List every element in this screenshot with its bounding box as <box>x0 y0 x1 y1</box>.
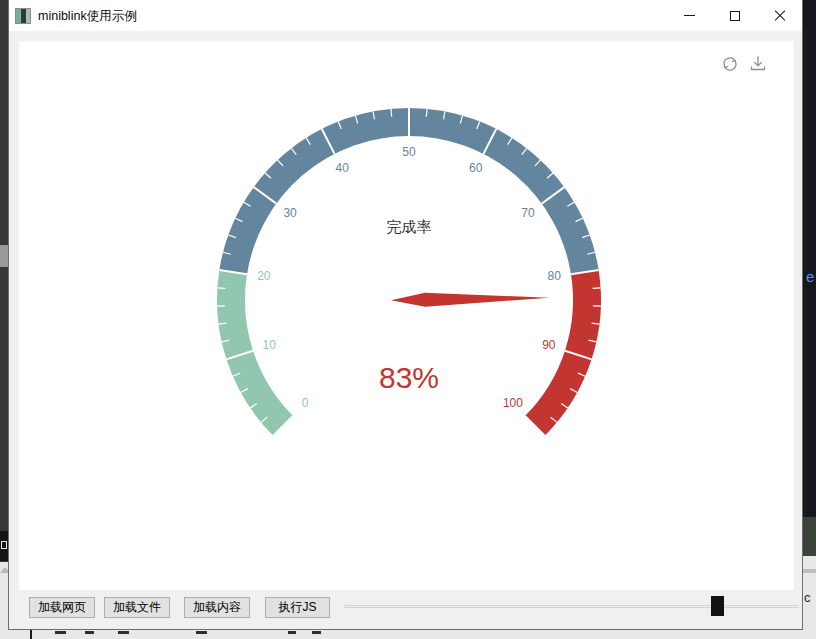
background-artifact <box>30 629 32 639</box>
titlebar[interactable]: miniblink使用示例 <box>9 0 802 31</box>
gauge-minor-tick <box>426 109 427 117</box>
slider-thumb[interactable] <box>711 596 724 616</box>
square-icon <box>1 541 7 549</box>
slider-track[interactable] <box>344 605 799 608</box>
gauge-minor-tick <box>217 288 225 289</box>
background-artifact <box>55 631 66 634</box>
save-as-image-icon[interactable] <box>748 54 768 74</box>
gauge-minor-tick <box>391 109 392 117</box>
gauge-axis-label: 60 <box>469 161 483 175</box>
background-artifact <box>85 631 94 634</box>
load-webpage-button[interactable]: 加载网页 <box>29 597 95 618</box>
close-button[interactable] <box>757 0 802 31</box>
minimize-icon <box>684 15 695 16</box>
background-block <box>802 517 816 556</box>
gauge-axis-label: 10 <box>263 338 277 352</box>
minimize-button[interactable] <box>667 0 712 31</box>
background-window-icon <box>0 531 8 561</box>
close-icon <box>774 10 786 22</box>
gauge-axis-label: 90 <box>542 338 556 352</box>
maximize-button[interactable] <box>712 0 757 31</box>
execute-js-button[interactable]: 执行JS <box>265 597 330 618</box>
background-artifact <box>118 631 129 634</box>
gauge-axis-label: 30 <box>283 206 297 220</box>
gauge-minor-tick <box>593 288 601 289</box>
gauge-axis-label: 20 <box>257 269 271 283</box>
background-left-strip <box>0 0 8 562</box>
window-title: miniblink使用示例 <box>38 8 137 25</box>
gauge-axis-label: 40 <box>336 161 350 175</box>
background-text-fragment: e <box>806 268 814 285</box>
maximize-icon <box>730 11 740 21</box>
gauge-detail-value: 83% <box>379 361 439 394</box>
background-artifact <box>196 631 207 634</box>
gauge-axis-label: 70 <box>521 206 535 220</box>
gauge-chart: 0102030405060708090100完成率83% <box>19 41 794 590</box>
trackbar-slider[interactable] <box>344 596 799 617</box>
chart-toolbox <box>720 54 768 74</box>
background-text-fragment: c <box>804 590 811 605</box>
gauge-needle <box>391 293 549 307</box>
gauge-title-label: 完成率 <box>387 218 432 235</box>
app-window: miniblink使用示例 0102030405060708090100完成率8… <box>8 0 803 630</box>
gauge-axis-label: 50 <box>402 145 416 159</box>
background-artifact <box>312 631 321 634</box>
app-icon <box>15 8 31 24</box>
webview-chart-area: 0102030405060708090100完成率83% <box>19 41 794 590</box>
background-divider <box>802 569 816 573</box>
load-content-button[interactable]: 加载内容 <box>184 597 250 618</box>
background-scrollbar-fragment <box>0 245 8 267</box>
window-controls <box>667 0 802 31</box>
screen: e c miniblink使用示例 0102030405060708090100… <box>0 0 816 639</box>
background-artifact <box>288 631 296 634</box>
background-right-area: e <box>802 0 816 556</box>
gauge-axis-label: 0 <box>302 396 309 410</box>
load-file-button[interactable]: 加载文件 <box>104 597 170 618</box>
gauge-axis-label: 80 <box>548 269 562 283</box>
restore-icon[interactable] <box>720 54 740 74</box>
gauge-axis-label: 100 <box>503 396 523 410</box>
